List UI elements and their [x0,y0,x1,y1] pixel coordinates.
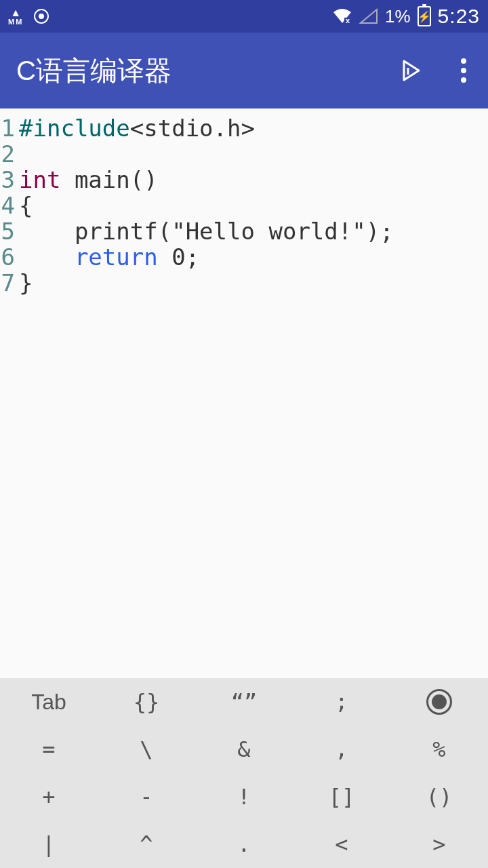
key-;[interactable]: ; [293,678,390,726]
line-number: 3 [0,167,15,193]
line-gutter: 1234567 [0,115,19,678]
key-+[interactable]: + [0,773,98,821]
key-^[interactable]: ^ [98,821,195,868]
cell-signal-icon [359,8,378,24]
line-number: 2 [0,141,15,167]
line-number: 6 [0,244,15,270]
key-[][interactable]: [] [293,773,390,821]
status-bar: ▲ MM x 1% ⚡ 5:23 [0,0,488,33]
key-{}[interactable]: {} [98,678,195,726]
key--[interactable]: - [98,773,195,821]
battery-charging-icon: ⚡ [418,6,431,26]
key-,[interactable]: , [293,726,390,773]
run-button[interactable] [399,58,423,83]
key-<[interactable]: < [293,821,390,868]
wifi-icon: x [332,8,352,24]
battery-percent: 1% [385,6,411,27]
app-title: C语言编译器 [16,52,171,90]
key-%[interactable]: % [390,726,488,773]
line-number: 4 [0,193,15,218]
more-menu-button[interactable] [455,53,472,88]
app-bar: C语言编译器 [0,33,488,108]
key-.[interactable]: . [195,821,293,868]
line-number: 7 [0,270,15,296]
key-cursor[interactable] [390,678,488,726]
mm-indicator-icon: ▲ MM [8,7,23,26]
key-“”[interactable]: “” [195,678,293,726]
key-Tab[interactable]: Tab [0,678,98,726]
line-number: 5 [0,218,15,244]
key-=[interactable]: = [0,726,98,773]
code-line[interactable]: printf("Hello world!"); [19,218,394,244]
key->[interactable]: > [390,821,488,868]
key-\[interactable]: \ [98,726,195,773]
svg-text:x: x [346,16,350,24]
key-()[interactable]: () [390,773,488,821]
code-content[interactable]: #include<stdio.h> int main(){ printf("He… [19,115,394,678]
code-line[interactable]: int main() [19,167,394,193]
line-number: 1 [0,115,15,141]
symbol-keyboard: Tab{}“”;=\&,%+-![]()|^.<> [0,678,488,868]
code-line[interactable] [19,141,394,167]
clock: 5:23 [438,5,480,28]
key-![interactable]: ! [195,773,293,821]
code-line[interactable]: { [19,193,394,218]
record-icon [34,9,49,24]
key-|[interactable]: | [0,821,98,868]
code-line[interactable]: } [19,270,394,296]
code-line[interactable]: #include<stdio.h> [19,115,394,141]
key-&[interactable]: & [195,726,293,773]
code-editor[interactable]: 1234567 #include<stdio.h> int main(){ pr… [0,108,488,678]
code-line[interactable]: return 0; [19,244,394,270]
